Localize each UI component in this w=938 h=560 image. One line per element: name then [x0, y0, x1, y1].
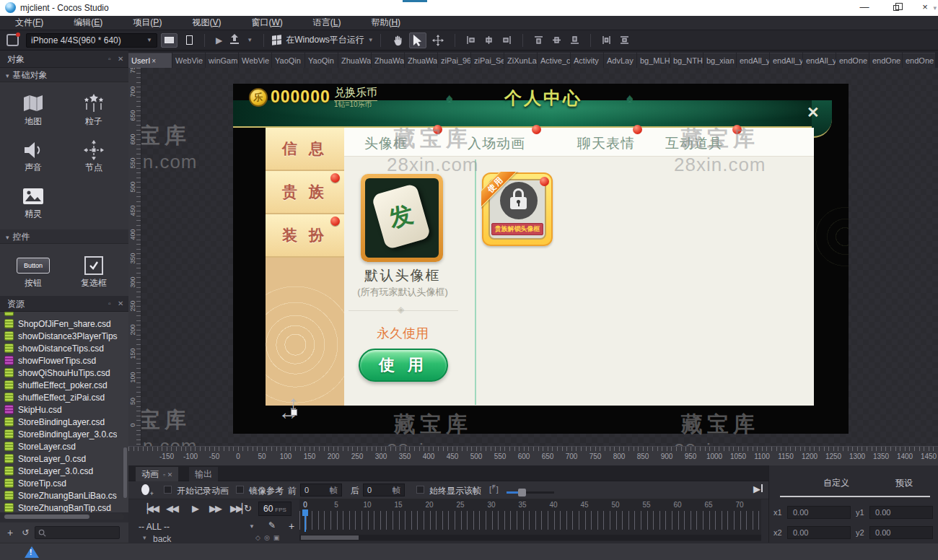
resource-file[interactable]: StoreBindingLayer.csd [0, 416, 128, 428]
object-item-按钮[interactable]: Button按钮 [3, 248, 63, 294]
go-to-start-button[interactable]: ▕◀◀ [141, 503, 158, 514]
animation-filter-select[interactable]: -- ALL -- [139, 522, 170, 532]
playhead[interactable] [302, 509, 308, 516]
align-tool-2-icon[interactable] [502, 35, 512, 45]
anchor-marker[interactable] [732, 125, 742, 134]
sidebar-item-0[interactable]: 信 息 [266, 128, 344, 171]
anchor-marker[interactable] [532, 125, 541, 134]
add-animation-button[interactable]: + [289, 520, 294, 532]
portrait-button[interactable] [181, 33, 198, 48]
resource-file[interactable]: ShopOfJiFen_share.csd [0, 318, 128, 330]
doc-tab-endAll_y[interactable]: endAll_y [803, 53, 836, 68]
resources-horizontal-scrollbar[interactable] [3, 514, 124, 520]
doc-tab-winGam[interactable]: winGam [206, 53, 238, 68]
add-resource-button[interactable]: + [7, 527, 13, 538]
close-tab-icon[interactable]: × [152, 57, 156, 65]
resource-file[interactable]: SkipHu.csd [0, 403, 128, 416]
tab-animation[interactable]: 动画▫ ✕ [136, 467, 178, 481]
play-button[interactable]: ▶ [211, 35, 227, 45]
edit-animation-icon[interactable]: ✎ [268, 520, 276, 530]
warning-icon[interactable]: ! [25, 546, 39, 558]
field-input-x2[interactable]: 0.00 [787, 526, 851, 539]
object-item-声音[interactable]: 声音 [3, 133, 63, 179]
play-button[interactable]: ▶ [192, 503, 198, 514]
new-scene-icon[interactable] [6, 34, 19, 46]
object-item-复选框[interactable]: 复选框 [63, 248, 124, 294]
anchor-marker[interactable] [540, 177, 549, 186]
resource-file[interactable]: showQiShouHuTips.csd [0, 367, 128, 379]
sidebar-item-2[interactable]: 装 扮 [266, 214, 344, 258]
resource-file[interactable]: StoreLayer.csd [0, 440, 128, 452]
resource-file[interactable]: shuffleEffect_poker.csd [0, 379, 128, 391]
section-header-基础对象[interactable]: ▾基础对象 [0, 68, 128, 82]
doc-tab-Active_c[interactable]: Active_c [538, 53, 570, 68]
close-panel-icon[interactable]: ✕ [118, 299, 123, 308]
field-input-y2[interactable]: 0.00 [869, 526, 933, 539]
mirror-checkbox[interactable] [236, 486, 244, 494]
timeline-scrollbar[interactable] [299, 535, 761, 541]
tab-preset[interactable]: 预设 [879, 477, 929, 489]
doc-tab-WebVie[interactable]: WebVie [172, 53, 205, 68]
hand-tool-button[interactable] [389, 32, 406, 48]
scene-canvas[interactable]: 乐 000000 兑换乐币 1钻=10乐币 ♠ 个人中心 ♠ ✕ 信 息贵 族装… [141, 68, 938, 446]
record-checkbox[interactable] [164, 486, 172, 494]
resources-vertical-scrollbar[interactable] [123, 447, 127, 498]
align-tool-0-icon[interactable] [466, 35, 475, 45]
timeline-zoom-slider[interactable] [507, 491, 554, 494]
restore-button[interactable] [882, 0, 911, 16]
doc-tab-ZiXunLa[interactable]: ZiXunLa [504, 53, 537, 68]
locked-avatar-frame-item[interactable]: 贵族解锁头像框 使用 [482, 172, 553, 246]
doc-tab-bg_xian[interactable]: bg_xian [704, 53, 736, 68]
align-tool-7-icon[interactable] [620, 35, 629, 45]
avatar-frame-item[interactable]: 发 [361, 174, 443, 262]
doc-tab-endOne[interactable]: endOne [836, 53, 869, 68]
run-target-select[interactable]: 在Windows平台运行 [286, 34, 364, 46]
publish-chevron-icon[interactable]: ▼ [242, 37, 257, 43]
resource-file[interactable]: showDistanceTips.csd [0, 342, 128, 354]
doc-tab-YaoQin[interactable]: YaoQin [305, 53, 338, 68]
after-frames-input[interactable]: 0帧 [363, 484, 405, 496]
menu-item-L[interactable]: 语言(L) [298, 17, 356, 29]
object-item-节点[interactable]: 节点 [63, 133, 124, 179]
timeline[interactable]: 0510152025303540455055606570 [299, 499, 761, 541]
resource-file[interactable] [0, 312, 128, 318]
doc-tab-bg_MLH[interactable]: bg_MLH [637, 53, 670, 68]
menu-item-E[interactable]: 编辑(E) [58, 17, 118, 29]
doc-tab-YaoQin[interactable]: YaoQin [272, 53, 304, 68]
section-header-控件[interactable]: ▾控件 [0, 229, 128, 244]
doc-tab-endAll_y[interactable]: endAll_y [737, 53, 769, 68]
select-tool-button[interactable] [409, 32, 426, 48]
align-tool-6-icon[interactable] [602, 35, 611, 45]
publish-button[interactable] [227, 33, 242, 48]
refresh-icon[interactable]: ↺ [22, 528, 29, 538]
tab-overflow-chevron-icon[interactable]: ▾ [933, 4, 937, 12]
anchor-marker[interactable] [433, 125, 442, 134]
doc-tab-Activity[interactable]: Activity [571, 53, 603, 68]
doc-tab-WebVie[interactable]: WebVie [239, 53, 271, 68]
menu-item-W[interactable]: 窗口(W) [236, 17, 297, 29]
doc-tab-endOne[interactable]: endOne [903, 53, 935, 68]
step-back-button[interactable]: ◀◀ [166, 503, 177, 514]
object-item-精灵[interactable]: 精灵 [3, 179, 63, 225]
doc-tab-UserI[interactable]: UserI× [128, 53, 172, 68]
loop-button[interactable]: ↻ [244, 503, 252, 514]
next-panel-button[interactable]: ▶ [753, 484, 763, 494]
float-panel-icon[interactable]: ▫ [108, 55, 111, 64]
move-tool-button[interactable] [429, 32, 447, 48]
game-tab-互动道具[interactable]: 互动道具 [665, 134, 723, 153]
resource-file[interactable]: StoreBindingLayer_3.0.cs [0, 428, 128, 440]
doc-tab-ZhuaWa[interactable]: ZhuaWa [338, 53, 371, 68]
field-input-x1[interactable]: 0.00 [787, 506, 851, 519]
resource-search-input[interactable] [35, 526, 120, 539]
menu-item-P[interactable]: 项目(P) [118, 17, 177, 29]
resource-file[interactable]: showFlowerTips.csd [0, 354, 128, 367]
anchor-marker[interactable] [633, 125, 642, 134]
doc-tab-ziPai_96[interactable]: ziPai_96 [438, 53, 470, 68]
menu-item-F[interactable]: 文件(F) [0, 17, 58, 29]
doc-tab-endOne[interactable]: endOne [869, 53, 902, 68]
sidebar-item-1[interactable]: 贵 族 [266, 171, 344, 214]
exchange-button[interactable]: 兑换乐币 [334, 86, 377, 101]
before-frames-input[interactable]: 0帧 [300, 484, 342, 496]
resource-file[interactable]: showDistance3PlayerTips [0, 330, 128, 342]
doc-tab-ZhuaWa[interactable]: ZhuaWa [405, 53, 437, 68]
